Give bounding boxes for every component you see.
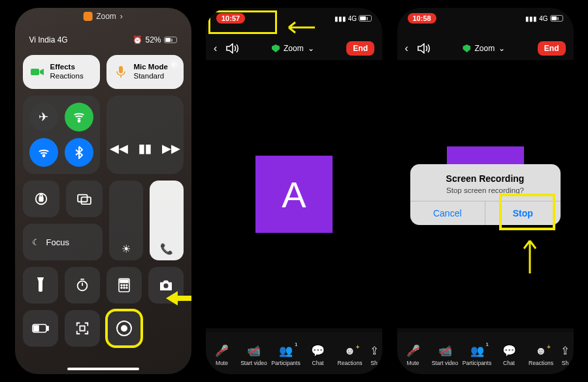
zoom-title[interactable]: Zoom ⌄ bbox=[463, 44, 505, 53]
participants-button[interactable]: 1 👥 Participants bbox=[463, 344, 491, 366]
bluetooth-toggle[interactable] bbox=[65, 138, 93, 167]
speaker-icon[interactable] bbox=[417, 43, 431, 54]
zoom-bottom-toolbar: 🎤 Mute 📹 Start video 1 👥 Participants 💬 … bbox=[397, 332, 574, 374]
orientation-lock-toggle[interactable] bbox=[23, 181, 59, 217]
battery-percent: 52% bbox=[145, 35, 161, 44]
back-icon[interactable]: ‹ bbox=[214, 43, 217, 54]
start-video-button[interactable]: 📹 Start video bbox=[240, 344, 269, 366]
svg-point-12 bbox=[123, 285, 125, 286]
chat-button[interactable]: 💬 Chat bbox=[304, 344, 333, 366]
mute-button[interactable]: 🎤 Mute bbox=[399, 344, 427, 366]
end-call-button[interactable]: End bbox=[538, 41, 566, 56]
airplane-mode-toggle[interactable]: ✈ bbox=[29, 103, 58, 131]
sun-icon: ☀ bbox=[122, 243, 131, 255]
zoom-bottom-toolbar: 🎤 Mute 📹 Start video 1 👥 Participants 💬 … bbox=[206, 332, 382, 374]
shield-icon bbox=[272, 44, 280, 52]
end-call-button[interactable]: End bbox=[346, 41, 374, 56]
participants-count: 1 bbox=[486, 341, 489, 347]
reactions-button[interactable]: ☻ Reactions bbox=[336, 345, 365, 366]
pause-icon[interactable]: ▮▮ bbox=[139, 141, 152, 156]
phone-control-center: Zoom › Vi India 4G ⏰ 52% Effects Reactio… bbox=[15, 8, 191, 374]
recording-time-pill[interactable]: 10:58 bbox=[408, 13, 436, 24]
svg-rect-6 bbox=[78, 195, 87, 202]
svg-point-17 bbox=[163, 283, 168, 288]
svg-rect-21 bbox=[80, 326, 84, 330]
chat-icon: 💬 bbox=[502, 344, 516, 358]
rewind-icon[interactable]: ◀◀ bbox=[110, 141, 128, 156]
share-button[interactable]: ⇪ Sh bbox=[368, 344, 381, 366]
camera-button[interactable] bbox=[148, 267, 184, 304]
forward-icon[interactable]: ▶▶ bbox=[162, 141, 180, 156]
mic-icon bbox=[113, 64, 129, 80]
svg-point-13 bbox=[126, 285, 127, 286]
network-label: 4G bbox=[539, 15, 547, 22]
wifi-toggle[interactable] bbox=[29, 138, 58, 167]
start-video-button[interactable]: 📹 Start video bbox=[431, 344, 459, 366]
participants-icon: 👥 bbox=[470, 344, 484, 358]
connectivity-module[interactable]: ✈ bbox=[23, 95, 100, 174]
share-icon: ⇪ bbox=[370, 344, 379, 358]
network-label: 4G bbox=[348, 15, 357, 22]
back-to-app-pill[interactable]: Zoom › bbox=[83, 12, 123, 21]
screen-mirroring-button[interactable] bbox=[66, 181, 103, 217]
svg-rect-5 bbox=[39, 197, 43, 201]
reactions-button[interactable]: ☻ Reactions bbox=[527, 345, 555, 366]
call-video-area: A bbox=[206, 60, 382, 328]
airplay-icon[interactable]: ◐ bbox=[169, 59, 180, 69]
low-power-mode-toggle[interactable] bbox=[23, 310, 58, 347]
mute-button[interactable]: 🎤 Mute bbox=[208, 344, 237, 366]
flashlight-button[interactable] bbox=[23, 267, 58, 304]
chevron-down-icon: ⌄ bbox=[498, 44, 505, 53]
carrier-label: Vi India 4G bbox=[29, 35, 68, 44]
battery-icon bbox=[164, 37, 177, 43]
effects-reactions-tile[interactable]: Effects Reactions bbox=[23, 55, 100, 89]
back-icon[interactable]: ‹ bbox=[405, 43, 408, 54]
zoom-title[interactable]: Zoom ⌄ bbox=[272, 44, 314, 53]
zoom-nav-bar: ‹ Zoom ⌄ End bbox=[397, 37, 574, 60]
back-to-app-label: Zoom bbox=[96, 12, 116, 21]
cancel-button[interactable]: Cancel bbox=[410, 201, 485, 225]
status-bar: Vi India 4G ⏰ 52% bbox=[15, 35, 191, 44]
reactions-icon: ☻ bbox=[535, 345, 547, 358]
timer-button[interactable] bbox=[65, 267, 100, 304]
qr-scanner-button[interactable] bbox=[65, 310, 100, 347]
mic-muted-icon: 🎤 bbox=[215, 344, 229, 358]
video-off-icon: 📹 bbox=[247, 344, 261, 358]
status-bar: 10:58 ▮▮▮ 4G bbox=[397, 13, 574, 24]
share-button[interactable]: ⇪ Sh bbox=[559, 344, 572, 366]
signal-icon: ▮▮▮ bbox=[335, 15, 346, 22]
stop-button[interactable]: Stop bbox=[485, 201, 561, 225]
screen-record-button[interactable] bbox=[106, 310, 142, 347]
calculator-button[interactable] bbox=[106, 267, 142, 304]
chat-button[interactable]: 💬 Chat bbox=[495, 344, 523, 366]
volume-slider[interactable]: 📞 bbox=[150, 181, 184, 260]
shield-icon bbox=[463, 44, 470, 52]
recording-time-pill[interactable]: 10:57 bbox=[216, 13, 245, 24]
phone-stop-recording-alert: 10:58 ▮▮▮ 4G ‹ Zoom ⌄ End Screen Recordi… bbox=[397, 8, 574, 374]
battery-icon bbox=[359, 15, 372, 22]
speaker-icon[interactable] bbox=[226, 43, 239, 54]
participants-button[interactable]: 1 👥 Participants bbox=[272, 344, 301, 366]
zoom-app-icon bbox=[83, 12, 92, 21]
chevron-right-icon: › bbox=[120, 12, 123, 21]
focus-tile[interactable]: ☾ Focus bbox=[23, 224, 103, 260]
cellular-data-toggle[interactable] bbox=[65, 103, 93, 131]
signal-icon: ▮▮▮ bbox=[525, 15, 537, 22]
mic-muted-icon: 🎤 bbox=[406, 344, 420, 358]
brightness-slider[interactable]: ☀ bbox=[109, 181, 143, 260]
chat-icon: 💬 bbox=[311, 344, 325, 358]
battery-icon bbox=[550, 15, 563, 22]
svg-point-15 bbox=[123, 287, 125, 288]
call-video-area: Screen Recording Stop screen recording? … bbox=[397, 60, 574, 328]
home-indicator[interactable] bbox=[67, 368, 139, 370]
svg-point-2 bbox=[78, 120, 80, 122]
media-controls-module[interactable]: ◐ ◀◀ ▮▮ ▶▶ bbox=[106, 95, 184, 174]
phone-icon: 📞 bbox=[160, 243, 173, 255]
svg-point-3 bbox=[42, 155, 44, 157]
participants-icon: 👥 bbox=[279, 344, 293, 358]
svg-rect-1 bbox=[119, 66, 123, 73]
participants-count: 1 bbox=[295, 341, 297, 347]
alarm-icon: ⏰ bbox=[133, 35, 142, 44]
svg-rect-19 bbox=[47, 326, 48, 330]
svg-rect-10 bbox=[120, 280, 128, 283]
